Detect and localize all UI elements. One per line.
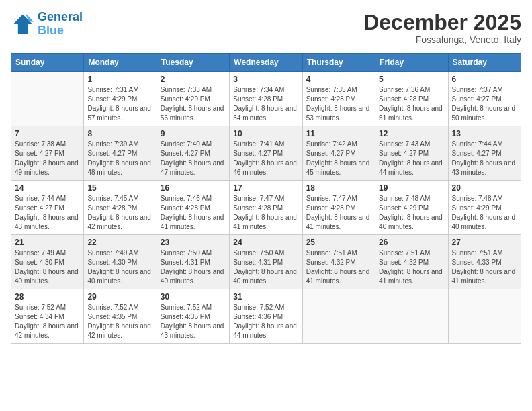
weekday-header-sunday: Sunday (11, 54, 84, 72)
day-info: Sunrise: 7:37 AMSunset: 4:27 PMDaylight:… (452, 85, 517, 123)
day-info: Sunrise: 7:49 AMSunset: 4:30 PMDaylight:… (15, 248, 80, 286)
logo-text: General Blue (38, 11, 83, 38)
day-info: Sunrise: 7:38 AMSunset: 4:27 PMDaylight:… (15, 140, 80, 177)
day-number: 28 (15, 292, 80, 302)
calendar-cell: 27Sunrise: 7:51 AMSunset: 4:33 PMDayligh… (448, 235, 521, 289)
day-number: 4 (306, 75, 371, 84)
day-info: Sunrise: 7:51 AMSunset: 4:33 PMDaylight:… (452, 248, 517, 286)
logo-icon (11, 12, 35, 36)
day-info: Sunrise: 7:35 AMSunset: 4:28 PMDaylight:… (306, 85, 371, 123)
calendar-cell: 19Sunrise: 7:48 AMSunset: 4:29 PMDayligh… (375, 181, 448, 235)
day-number: 31 (233, 292, 298, 302)
day-number: 24 (233, 238, 298, 247)
day-number: 18 (306, 183, 371, 193)
calendar-cell: 29Sunrise: 7:52 AMSunset: 4:35 PMDayligh… (84, 289, 157, 344)
day-info: Sunrise: 7:31 AMSunset: 4:29 PMDaylight:… (87, 85, 152, 123)
calendar-table: SundayMondayTuesdayWednesdayThursdayFrid… (11, 53, 521, 344)
weekday-header-saturday: Saturday (448, 54, 521, 72)
day-info: Sunrise: 7:45 AMSunset: 4:28 PMDaylight:… (87, 194, 152, 232)
calendar-cell: 16Sunrise: 7:46 AMSunset: 4:28 PMDayligh… (157, 181, 229, 235)
day-number: 26 (379, 238, 444, 247)
day-number: 19 (379, 183, 444, 193)
calendar-cell: 9Sunrise: 7:40 AMSunset: 4:27 PMDaylight… (157, 126, 229, 181)
weekday-header-monday: Monday (84, 54, 157, 72)
calendar-cell: 11Sunrise: 7:42 AMSunset: 4:27 PMDayligh… (302, 126, 375, 181)
calendar-cell: 4Sunrise: 7:35 AMSunset: 4:28 PMDaylight… (302, 72, 375, 126)
day-number: 22 (87, 238, 152, 247)
day-info: Sunrise: 7:49 AMSunset: 4:30 PMDaylight:… (87, 248, 152, 286)
calendar-cell (302, 289, 375, 344)
calendar-cell: 10Sunrise: 7:41 AMSunset: 4:27 PMDayligh… (230, 126, 302, 181)
day-number: 10 (233, 129, 298, 138)
day-info: Sunrise: 7:43 AMSunset: 4:27 PMDaylight:… (379, 140, 444, 177)
calendar-cell: 6Sunrise: 7:37 AMSunset: 4:27 PMDaylight… (448, 72, 521, 126)
calendar-week-1: 1Sunrise: 7:31 AMSunset: 4:29 PMDaylight… (11, 72, 521, 126)
day-number: 11 (306, 129, 371, 138)
day-number: 27 (452, 238, 517, 247)
month-title: December 2025 (363, 11, 521, 34)
calendar-cell: 18Sunrise: 7:47 AMSunset: 4:28 PMDayligh… (302, 181, 375, 235)
page-header: General Blue December 2025 Fossalunga, V… (11, 11, 521, 45)
day-info: Sunrise: 7:39 AMSunset: 4:27 PMDaylight:… (87, 140, 152, 177)
day-info: Sunrise: 7:52 AMSunset: 4:36 PMDaylight:… (233, 303, 298, 340)
day-number: 12 (379, 129, 444, 138)
day-number: 14 (15, 183, 80, 193)
day-number: 29 (87, 292, 152, 302)
calendar-week-5: 28Sunrise: 7:52 AMSunset: 4:34 PMDayligh… (11, 289, 521, 344)
calendar-cell (448, 289, 521, 344)
day-number: 3 (233, 75, 298, 84)
calendar-cell: 22Sunrise: 7:49 AMSunset: 4:30 PMDayligh… (84, 235, 157, 289)
calendar-week-4: 21Sunrise: 7:49 AMSunset: 4:30 PMDayligh… (11, 235, 521, 289)
calendar-cell: 13Sunrise: 7:44 AMSunset: 4:27 PMDayligh… (448, 126, 521, 181)
day-info: Sunrise: 7:52 AMSunset: 4:34 PMDaylight:… (15, 303, 80, 340)
day-number: 23 (161, 238, 226, 247)
calendar-cell: 21Sunrise: 7:49 AMSunset: 4:30 PMDayligh… (11, 235, 84, 289)
day-number: 30 (161, 292, 226, 302)
day-info: Sunrise: 7:51 AMSunset: 4:32 PMDaylight:… (306, 248, 371, 286)
day-info: Sunrise: 7:44 AMSunset: 4:27 PMDaylight:… (15, 194, 80, 232)
calendar-cell: 1Sunrise: 7:31 AMSunset: 4:29 PMDaylight… (84, 72, 157, 126)
day-info: Sunrise: 7:47 AMSunset: 4:28 PMDaylight:… (233, 194, 298, 232)
day-number: 15 (87, 183, 152, 193)
calendar-cell: 17Sunrise: 7:47 AMSunset: 4:28 PMDayligh… (230, 181, 302, 235)
day-number: 7 (15, 129, 80, 138)
day-number: 9 (161, 129, 226, 138)
day-info: Sunrise: 7:44 AMSunset: 4:27 PMDaylight:… (452, 140, 517, 177)
day-info: Sunrise: 7:34 AMSunset: 4:28 PMDaylight:… (233, 85, 298, 123)
calendar-week-2: 7Sunrise: 7:38 AMSunset: 4:27 PMDaylight… (11, 126, 521, 181)
weekday-header-wednesday: Wednesday (230, 54, 302, 72)
calendar-cell: 7Sunrise: 7:38 AMSunset: 4:27 PMDaylight… (11, 126, 84, 181)
day-number: 20 (452, 183, 517, 193)
day-number: 17 (233, 183, 298, 193)
day-number: 2 (161, 75, 226, 84)
calendar-cell: 5Sunrise: 7:36 AMSunset: 4:28 PMDaylight… (375, 72, 448, 126)
calendar-cell: 23Sunrise: 7:50 AMSunset: 4:31 PMDayligh… (157, 235, 229, 289)
day-info: Sunrise: 7:36 AMSunset: 4:28 PMDaylight:… (379, 85, 444, 123)
day-number: 21 (15, 238, 80, 247)
day-info: Sunrise: 7:52 AMSunset: 4:35 PMDaylight:… (161, 303, 226, 340)
calendar-cell: 31Sunrise: 7:52 AMSunset: 4:36 PMDayligh… (230, 289, 302, 344)
day-number: 13 (452, 129, 517, 138)
day-info: Sunrise: 7:48 AMSunset: 4:29 PMDaylight:… (452, 194, 517, 232)
day-number: 6 (452, 75, 517, 84)
day-info: Sunrise: 7:50 AMSunset: 4:31 PMDaylight:… (233, 248, 298, 286)
day-number: 8 (87, 129, 152, 138)
calendar-header-row: SundayMondayTuesdayWednesdayThursdayFrid… (11, 54, 521, 72)
weekday-header-friday: Friday (375, 54, 448, 72)
calendar-cell: 20Sunrise: 7:48 AMSunset: 4:29 PMDayligh… (448, 181, 521, 235)
day-info: Sunrise: 7:46 AMSunset: 4:28 PMDaylight:… (161, 194, 226, 232)
svg-marker-0 (13, 14, 33, 34)
calendar-cell: 12Sunrise: 7:43 AMSunset: 4:27 PMDayligh… (375, 126, 448, 181)
calendar-cell: 26Sunrise: 7:51 AMSunset: 4:32 PMDayligh… (375, 235, 448, 289)
day-info: Sunrise: 7:33 AMSunset: 4:29 PMDaylight:… (161, 85, 226, 123)
day-info: Sunrise: 7:40 AMSunset: 4:27 PMDaylight:… (161, 140, 226, 177)
calendar-cell: 25Sunrise: 7:51 AMSunset: 4:32 PMDayligh… (302, 235, 375, 289)
location-subtitle: Fossalunga, Veneto, Italy (363, 34, 521, 45)
day-number: 1 (87, 75, 152, 84)
logo: General Blue (11, 11, 83, 38)
calendar-cell: 2Sunrise: 7:33 AMSunset: 4:29 PMDaylight… (157, 72, 229, 126)
weekday-header-thursday: Thursday (302, 54, 375, 72)
day-info: Sunrise: 7:48 AMSunset: 4:29 PMDaylight:… (379, 194, 444, 232)
day-info: Sunrise: 7:47 AMSunset: 4:28 PMDaylight:… (306, 194, 371, 232)
day-info: Sunrise: 7:41 AMSunset: 4:27 PMDaylight:… (233, 140, 298, 177)
